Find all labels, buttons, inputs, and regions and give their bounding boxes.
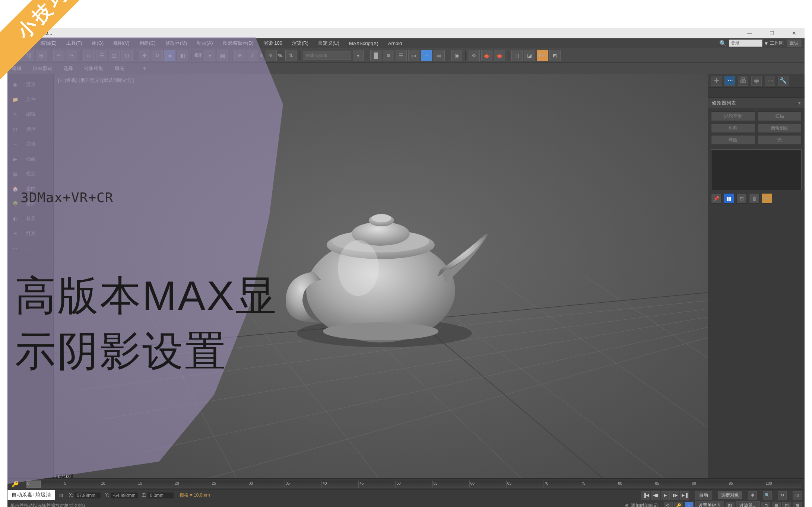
mirror-icon[interactable]: ▐▌ [370, 50, 381, 61]
nav-pan-icon[interactable]: ✥ [748, 491, 757, 500]
side-icon-6[interactable]: ▶ [7, 152, 23, 166]
lp-light[interactable]: 灯光 [23, 226, 53, 241]
side-icon-11[interactable]: ☀ [7, 226, 23, 241]
select-icon[interactable]: ▭ [83, 50, 95, 61]
percent-snap-icon[interactable]: % [266, 50, 277, 61]
render-setup-icon[interactable]: ⚙ [469, 50, 480, 61]
isolate-icon[interactable]: ⊡ [59, 493, 63, 498]
set-key-plus-icon[interactable]: ＋ [685, 502, 694, 507]
nav-region-icon[interactable]: ⊞ [793, 502, 802, 507]
configure-sets-icon[interactable]: ☰ [762, 193, 772, 204]
nav-fov-icon[interactable]: ◫ [793, 491, 802, 500]
motion-tab-icon[interactable]: ◉ [751, 76, 762, 86]
time-config-icon[interactable]: 🔑 [7, 481, 23, 488]
ribbon-object-paint[interactable]: 对象绘制 [84, 65, 104, 72]
menu-group[interactable]: 组(G) [88, 39, 108, 48]
mod-turbosmooth[interactable]: 涡轮平滑 [711, 111, 755, 121]
maximize-button[interactable]: ☐ [764, 29, 779, 38]
mod-chamfer[interactable]: 倒角剖面 [758, 123, 802, 133]
create-tab-icon[interactable]: ✚ [711, 76, 721, 86]
lp-model[interactable]: 模型 [23, 166, 53, 181]
plugin-icon-1[interactable]: ◫ [511, 50, 523, 61]
modifier-stack[interactable] [711, 149, 802, 190]
lp-anim[interactable]: 动画 [23, 152, 53, 166]
scale-icon[interactable]: ▣ [164, 50, 175, 61]
menu-rendering[interactable]: 渲染(R) [288, 39, 313, 48]
add-marker-label[interactable]: 添加时间标记 [631, 503, 658, 507]
menu-view[interactable]: 视图(V) [109, 39, 134, 48]
dropdown-icon[interactable]: ▾ [765, 40, 768, 47]
ribbon-collapse-icon[interactable]: ▾ [143, 65, 146, 72]
menu-modifiers[interactable]: 修改器(M) [161, 39, 192, 48]
nav-zoom-all-icon[interactable]: ▦ [772, 502, 781, 507]
fp-icon[interactable]: FP [537, 50, 548, 61]
lp-more[interactable]: ... [23, 241, 53, 256]
play-icon[interactable]: ▶ [661, 491, 670, 500]
workspace-value[interactable]: 默认 [787, 39, 802, 47]
menu-tools[interactable]: 工具(T) [62, 39, 87, 48]
placement-icon[interactable]: ◧ [177, 50, 188, 61]
mod-sweep[interactable]: 扫描 [758, 111, 802, 121]
menu-maxscript[interactable]: MAXScript(X) [345, 39, 383, 47]
menu-edit[interactable]: 编辑(E) [36, 39, 61, 48]
redo-icon[interactable]: ↷ [66, 50, 77, 61]
hierarchy-tab-icon[interactable]: 品 [738, 76, 748, 86]
menu-customize[interactable]: 自定义(U) [314, 39, 344, 48]
goto-start-icon[interactable]: ▐◀ [641, 491, 650, 500]
menu-arnold[interactable]: Arnold [384, 39, 407, 47]
menu-graph-editors[interactable]: 图形编辑器(D) [218, 39, 258, 48]
ribbon-populate[interactable]: 填充 [115, 65, 124, 72]
align-icon[interactable]: ≡ [383, 50, 394, 61]
mod-shell[interactable]: 壳 [758, 135, 802, 145]
side-icon-7[interactable]: ▦ [7, 166, 23, 181]
selection-set-dropdown-icon[interactable]: ▾ [353, 50, 364, 61]
rotate-icon[interactable]: ↻ [152, 50, 163, 61]
ribbon-selection[interactable]: 选择 [63, 65, 73, 72]
auto-key-button[interactable]: 自动 [695, 491, 712, 500]
time-slider[interactable]: 0 / 100 0 5 10 15 20 25 30 35 40 45 50 5… [26, 481, 802, 488]
mod-bend[interactable]: 弯曲 [711, 135, 755, 145]
next-frame-icon[interactable]: ▮▶ [670, 491, 679, 500]
ribbon-freeform[interactable]: 自由形式 [33, 65, 52, 72]
toggle-ribbon-icon[interactable]: ▭ [408, 50, 419, 61]
filters-button[interactable]: 过滤器... [736, 501, 760, 507]
key-filters-icon[interactable]: ⚿ [726, 502, 735, 507]
plugin-icon-2[interactable]: ◪ [524, 50, 535, 61]
y-value[interactable]: -64.892mm [111, 492, 138, 498]
undo-icon[interactable]: ↶ [53, 50, 64, 61]
add-marker-icon[interactable]: ⊕ [625, 503, 629, 507]
menu-create[interactable]: 创建(C) [135, 39, 160, 48]
layer-icon[interactable]: ☰ [396, 50, 407, 61]
bind-tool-icon[interactable]: ⊞ [36, 50, 47, 61]
pin-stack-icon[interactable]: 📌 [711, 193, 721, 204]
nav-orbit-icon[interactable]: ↻ [778, 491, 787, 500]
ref-coord-dropdown-icon[interactable]: ▾ [204, 50, 215, 61]
goto-end-icon[interactable]: ▶▐ [680, 491, 689, 500]
key-filters[interactable]: 选定对象 [718, 491, 742, 499]
modifier-list-dropdown[interactable]: 修改器列表 ▾ [708, 98, 805, 108]
teapot-object[interactable] [265, 186, 496, 350]
select-region-icon[interactable]: ◻ [109, 50, 120, 61]
time-config-icon[interactable]: ⏱ [664, 502, 673, 507]
use-pivot-icon[interactable]: ▦ [217, 50, 228, 61]
lp-render[interactable]: 渲染 [23, 77, 53, 92]
set-key-button[interactable]: 设置关键点 [695, 501, 724, 507]
x-value[interactable]: 57.88mm [74, 492, 101, 498]
plugin-icon-3[interactable]: ◩ [549, 50, 561, 61]
side-icon-5[interactable]: ↔ [7, 137, 23, 152]
schematic-view-icon[interactable]: ▤ [434, 50, 445, 61]
mod-symmetry[interactable]: 对称 [711, 123, 755, 133]
menu-animation[interactable]: 动画(A) [192, 39, 217, 48]
lp-file[interactable]: 文件 [23, 92, 53, 107]
lp-edit[interactable]: 编辑 [23, 107, 53, 122]
menu-render100[interactable]: 渲染 100 [259, 39, 287, 48]
spinner-snap-icon[interactable]: ⇅ [285, 50, 296, 61]
remove-modifier-icon[interactable]: 🗑 [749, 193, 759, 204]
lp-select[interactable]: 选择 [23, 122, 53, 137]
make-unique-icon[interactable]: ⊡ [736, 193, 747, 204]
prev-frame-icon[interactable]: ◀▮ [651, 491, 660, 500]
close-button[interactable]: ✕ [787, 29, 802, 38]
select-name-icon[interactable]: ☰ [96, 50, 107, 61]
login-input[interactable] [729, 39, 762, 47]
display-tab-icon[interactable]: ▭ [765, 76, 775, 86]
